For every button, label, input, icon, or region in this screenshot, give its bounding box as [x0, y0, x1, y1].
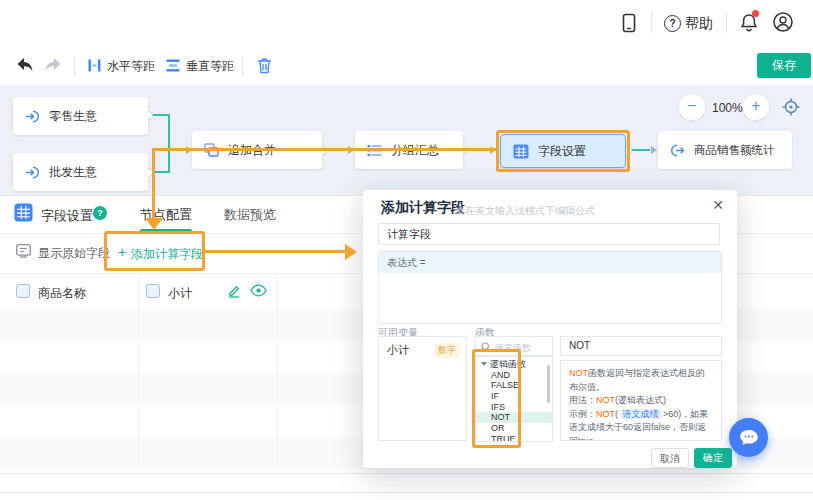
annotation-line-to-dialog: [203, 250, 345, 253]
panel-title: 字段设置: [41, 207, 93, 225]
column-header-subtotal: 小计: [168, 285, 192, 302]
variable-chip: 语文成绩: [621, 409, 661, 419]
chat-support-button[interactable]: [729, 418, 768, 457]
zoom-in-button[interactable]: +: [743, 94, 769, 120]
table-bottom-border: [0, 473, 813, 474]
input-source-icon: [25, 109, 40, 124]
vertical-space-button[interactable]: 垂直等距: [186, 58, 234, 75]
tab-data-preview[interactable]: 数据预览: [224, 206, 276, 224]
flow-canvas: 零售生意 批发生意 追加合并 分组汇总 字段设置 商品销售额统计 − 100% …: [0, 85, 813, 195]
cancel-button[interactable]: 取消: [651, 448, 689, 468]
node-label: 零售生意: [49, 108, 97, 125]
panel-help-icon[interactable]: ?: [93, 206, 107, 220]
page-bottom-border: [0, 492, 813, 493]
description-line: 示例：NOT( 语文成绩 >60)，如果语文成绩大于60返回false，否则返回…: [569, 408, 713, 442]
variable-name: 小计: [387, 343, 409, 358]
edge: [168, 114, 170, 173]
flow-toolbar: 水平等距 垂直等距 保存: [0, 46, 813, 86]
redo-icon[interactable]: [44, 57, 62, 73]
column-divider: [138, 273, 139, 473]
edge-arrow: [651, 146, 657, 154]
column-header-product-name: 商品名称: [38, 285, 86, 302]
field-settings-panel-icon: [14, 203, 33, 222]
node-output-stats[interactable]: 商品销售额统计: [658, 131, 792, 169]
node-wholesale-source[interactable]: 批发生意: [13, 153, 148, 191]
node-label: 批发生意: [49, 164, 97, 181]
show-original-fields-button[interactable]: 显示原始字段: [38, 245, 110, 262]
topbar-divider: [651, 13, 652, 33]
description-line: NOT函数返回与指定表达式相反的布尔值。: [569, 367, 713, 394]
field-type-icon[interactable]: [146, 284, 160, 298]
mobile-icon[interactable]: [622, 13, 636, 33]
annotation-rect-add-calc-button: [104, 231, 205, 271]
chat-bubble-icon: [738, 428, 760, 448]
app-root: ? 帮助 水平等距 垂直等距 保存: [0, 0, 813, 500]
function-detail-description: NOT函数返回与指定表达式相反的布尔值。 用法：NOT(逻辑表达式) 示例：NO…: [560, 360, 722, 441]
annotation-line-horizontal: [154, 148, 496, 151]
node-label: 商品销售额统计: [694, 143, 775, 158]
horizontal-space-icon: [88, 59, 101, 72]
add-calculated-field-dialog: 添加计算字段 请在英文输入法模式下编辑公式 ✕ 表达式 = 可用变量 函数 小计…: [363, 190, 737, 468]
expression-editor[interactable]: 表达式 =: [378, 251, 722, 324]
variable-item[interactable]: 小计 数字: [379, 337, 466, 358]
help-question-icon[interactable]: ?: [664, 15, 681, 32]
dialog-hint: 请在英文输入法模式下编辑公式: [455, 204, 595, 218]
edit-field-icon[interactable]: [227, 284, 241, 298]
vertical-space-icon: [166, 59, 180, 72]
avatar-icon[interactable]: [772, 11, 794, 33]
save-button[interactable]: 保存: [757, 53, 811, 78]
show-original-fields-icon: [16, 244, 31, 258]
confirm-button[interactable]: 确定: [694, 448, 732, 468]
annotation-rect-function-list: [472, 349, 521, 448]
horizontal-space-button[interactable]: 水平等距: [107, 58, 155, 75]
toolbar-divider: [242, 56, 243, 76]
description-line: 用法：NOT(逻辑表达式): [569, 394, 713, 408]
function-detail-title: NOT: [561, 337, 721, 355]
locate-center-icon[interactable]: [781, 97, 801, 117]
toolbar-divider: [74, 56, 75, 76]
zoom-level: 100%: [712, 101, 743, 115]
topbar-divider: [726, 13, 727, 33]
notification-dot: [752, 10, 759, 17]
annotation-arrowhead-down: [145, 218, 163, 230]
output-target-icon: [670, 143, 685, 158]
field-name-input[interactable]: [378, 223, 720, 245]
annotation-line-vertical: [152, 148, 155, 218]
annotation-arrowhead-right: [345, 244, 357, 260]
undo-icon[interactable]: [16, 57, 34, 73]
expression-label: 表达式 =: [379, 252, 721, 273]
close-icon[interactable]: ✕: [712, 197, 724, 213]
field-checkbox-icon[interactable]: [16, 284, 30, 298]
dialog-title: 添加计算字段: [381, 199, 465, 217]
column-divider: [277, 273, 278, 473]
node-retail-source[interactable]: 零售生意: [13, 97, 148, 135]
scrollbar-thumb[interactable]: [547, 365, 550, 403]
delete-icon[interactable]: [257, 57, 272, 74]
edge: [629, 149, 650, 151]
annotation-rect-field-settings-node: [496, 130, 630, 172]
function-detail-title-box: NOT: [560, 336, 722, 356]
zoom-out-button[interactable]: −: [679, 94, 705, 120]
visibility-eye-icon[interactable]: [250, 284, 267, 297]
top-header: ? 帮助: [0, 0, 813, 47]
variable-type-badge: 数字: [434, 343, 460, 358]
input-source-icon: [25, 165, 40, 180]
help-label[interactable]: 帮助: [685, 15, 713, 33]
variables-list: 小计 数字: [378, 336, 467, 441]
